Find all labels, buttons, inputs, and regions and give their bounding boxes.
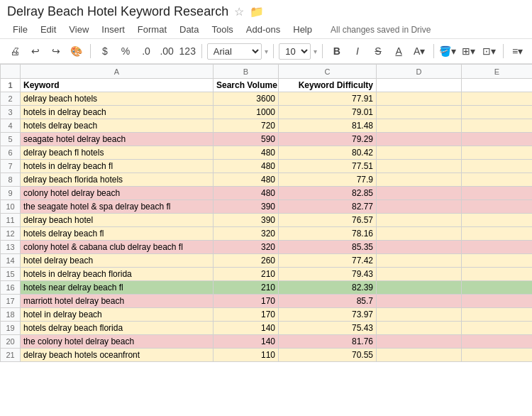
search-volume-cell[interactable]: 210 <box>214 281 279 295</box>
search-volume-cell[interactable]: 140 <box>214 322 279 335</box>
folder-icon[interactable]: 📁 <box>250 5 264 18</box>
keyword-cell[interactable]: hotel in delray beach <box>21 308 214 322</box>
keyword-cell[interactable]: seagate hotel delray beach <box>21 133 214 146</box>
difficulty-cell[interactable]: 70.55 <box>279 349 377 362</box>
search-volume-cell[interactable]: 480 <box>214 146 279 160</box>
difficulty-cell[interactable]: 85.7 <box>279 295 377 308</box>
currency-button[interactable]: $ <box>96 42 113 60</box>
font-size-select[interactable]: 10 <box>279 43 311 60</box>
menu-view[interactable]: View <box>63 22 94 37</box>
borders-button[interactable]: ⊞▾ <box>460 42 477 60</box>
header-keyword[interactable]: Keyword <box>21 79 214 92</box>
search-volume-cell[interactable]: 260 <box>214 254 279 268</box>
search-volume-cell[interactable]: 1000 <box>214 106 279 119</box>
save-status: All changes saved in Drive <box>325 23 436 37</box>
search-volume-cell[interactable]: 480 <box>214 187 279 200</box>
search-volume-cell[interactable]: 480 <box>214 160 279 173</box>
redo-button[interactable]: ↪ <box>47 42 65 60</box>
menu-insert[interactable]: Insert <box>96 22 131 37</box>
search-volume-cell[interactable]: 110 <box>214 349 279 362</box>
menu-file[interactable]: File <box>7 22 33 37</box>
menu-help[interactable]: Help <box>287 22 318 37</box>
search-volume-cell[interactable]: 170 <box>214 308 279 322</box>
underline-button[interactable]: A <box>390 42 408 60</box>
difficulty-cell[interactable]: 77.51 <box>279 160 377 173</box>
keyword-cell[interactable]: colony hotel & cabana club delray beach … <box>21 241 214 254</box>
search-volume-cell[interactable]: 3600 <box>214 92 279 106</box>
keyword-cell[interactable]: delray beach fl hotels <box>21 146 214 160</box>
search-volume-cell[interactable]: 320 <box>214 241 279 254</box>
difficulty-cell[interactable]: 80.42 <box>279 146 377 160</box>
increase-decimal-button[interactable]: .00 <box>158 42 176 60</box>
star-icon[interactable]: ☆ <box>234 5 244 18</box>
header-keyword-difficulty[interactable]: Keyword Difficulty <box>279 79 377 92</box>
align-button[interactable]: ≡▾ <box>509 42 526 60</box>
search-volume-cell[interactable]: 480 <box>214 173 279 187</box>
keyword-cell[interactable]: delray beach hotel <box>21 214 214 227</box>
keyword-cell[interactable]: colony hotel delray beach <box>21 187 214 200</box>
keyword-cell[interactable]: hotels near delray beach fl <box>21 281 214 295</box>
search-volume-cell[interactable]: 170 <box>214 295 279 308</box>
difficulty-cell[interactable]: 75.43 <box>279 322 377 335</box>
text-color-button[interactable]: A▾ <box>411 42 428 60</box>
menu-data[interactable]: Data <box>174 22 204 37</box>
menu-tools[interactable]: Tools <box>206 22 238 37</box>
keyword-cell[interactable]: the seagate hotel & spa delray beach fl <box>21 200 214 214</box>
difficulty-cell[interactable]: 77.91 <box>279 92 377 106</box>
format-123-button[interactable]: 123 <box>179 42 196 60</box>
col-header-a[interactable]: A <box>21 65 214 79</box>
search-volume-cell[interactable]: 320 <box>214 227 279 241</box>
print-button[interactable]: 🖨 <box>6 42 23 60</box>
strikethrough-button[interactable]: S <box>369 42 387 60</box>
difficulty-cell[interactable]: 82.39 <box>279 281 377 295</box>
percent-button[interactable]: % <box>116 42 134 60</box>
difficulty-cell[interactable]: 79.43 <box>279 268 377 281</box>
difficulty-cell[interactable]: 81.76 <box>279 335 377 349</box>
difficulty-cell[interactable]: 82.85 <box>279 187 377 200</box>
difficulty-cell[interactable]: 78.16 <box>279 227 377 241</box>
search-volume-cell[interactable]: 590 <box>214 133 279 146</box>
difficulty-cell[interactable]: 79.01 <box>279 106 377 119</box>
keyword-cell[interactable]: delray beach hotels <box>21 92 214 106</box>
difficulty-cell[interactable]: 76.57 <box>279 214 377 227</box>
difficulty-cell[interactable]: 82.77 <box>279 200 377 214</box>
undo-button[interactable]: ↩ <box>26 42 44 60</box>
col-header-c[interactable]: C <box>279 65 377 79</box>
keyword-cell[interactable]: hotels delray beach fl <box>21 227 214 241</box>
search-volume-cell[interactable]: 720 <box>214 119 279 133</box>
search-volume-cell[interactable]: 390 <box>214 214 279 227</box>
keyword-cell[interactable]: hotels in delray beach <box>21 106 214 119</box>
difficulty-cell[interactable]: 81.48 <box>279 119 377 133</box>
keyword-cell[interactable]: the colony hotel delray beach <box>21 335 214 349</box>
menu-edit[interactable]: Edit <box>35 22 62 37</box>
keyword-cell[interactable]: hotels in delray beach fl <box>21 160 214 173</box>
keyword-cell[interactable]: delray beach hotels oceanfront <box>21 349 214 362</box>
search-volume-cell[interactable]: 210 <box>214 268 279 281</box>
bold-button[interactable]: B <box>328 42 345 60</box>
paint-format-button[interactable]: 🎨 <box>67 42 85 60</box>
col-header-d[interactable]: D <box>377 65 462 79</box>
keyword-cell[interactable]: hotels delray beach <box>21 119 214 133</box>
difficulty-cell[interactable]: 85.35 <box>279 241 377 254</box>
keyword-cell[interactable]: delray beach florida hotels <box>21 173 214 187</box>
keyword-cell[interactable]: hotels delray beach florida <box>21 322 214 335</box>
keyword-cell[interactable]: marriott hotel delray beach <box>21 295 214 308</box>
menu-addons[interactable]: Add-ons <box>240 22 286 37</box>
difficulty-cell[interactable]: 77.42 <box>279 254 377 268</box>
col-header-b[interactable]: B <box>214 65 279 79</box>
keyword-cell[interactable]: hotels in delray beach florida <box>21 268 214 281</box>
header-search-volume[interactable]: Search Volume <box>214 79 279 92</box>
font-select[interactable]: Arial <box>207 43 262 60</box>
fill-color-button[interactable]: 🪣▾ <box>439 42 457 60</box>
col-header-e[interactable]: E <box>462 65 533 79</box>
search-volume-cell[interactable]: 390 <box>214 200 279 214</box>
keyword-cell[interactable]: hotel delray beach <box>21 254 214 268</box>
italic-button[interactable]: I <box>348 42 366 60</box>
menu-format[interactable]: Format <box>132 22 172 37</box>
difficulty-cell[interactable]: 79.29 <box>279 133 377 146</box>
decrease-decimal-button[interactable]: .0 <box>138 42 155 60</box>
merge-button[interactable]: ⊡▾ <box>480 42 498 60</box>
difficulty-cell[interactable]: 73.97 <box>279 308 377 322</box>
search-volume-cell[interactable]: 140 <box>214 335 279 349</box>
difficulty-cell[interactable]: 77.9 <box>279 173 377 187</box>
